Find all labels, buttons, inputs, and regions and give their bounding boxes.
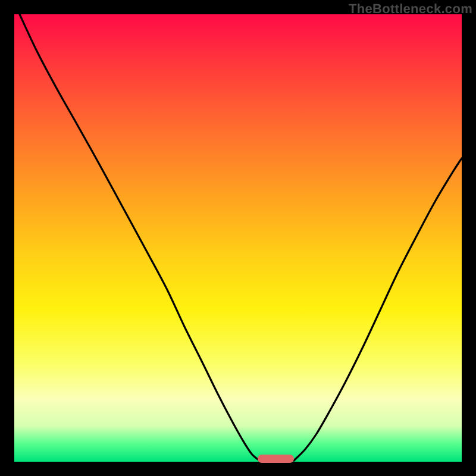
watermark-text: TheBottleneck.com [349,1,472,17]
optimal-range-marker [258,455,294,463]
chart-frame [14,14,462,462]
gradient-background [14,14,462,462]
